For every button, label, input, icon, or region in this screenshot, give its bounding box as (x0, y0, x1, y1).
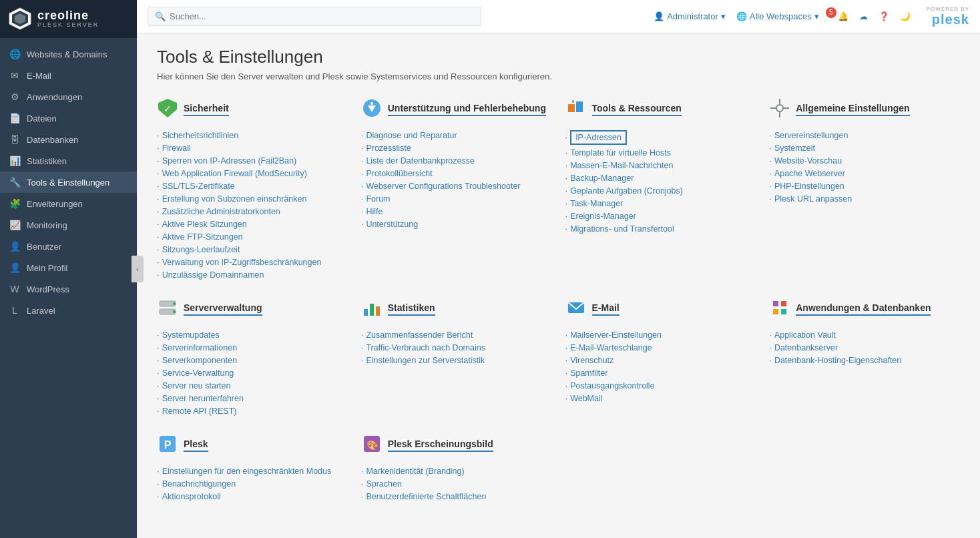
section-link[interactable]: Template für virtuelle Hosts (570, 148, 671, 158)
sidebar-item-anwendungen[interactable]: ⚙Anwendungen (0, 86, 137, 107)
cloud-button[interactable]: ☁ (859, 11, 868, 21)
sidebar-item-e-mail[interactable]: ✉E-Mail (0, 65, 137, 86)
section-link[interactable]: Postausgangskontrolle (570, 381, 654, 390)
svg-rect-21 (376, 306, 380, 316)
notifications-button[interactable]: 5 🔔 (830, 11, 848, 22)
section-link[interactable]: Erstellung von Subzonen einschränken (162, 194, 307, 204)
section-link[interactable]: Aktive Plesk Sitzungen (162, 220, 247, 229)
sidebar-item-statistiken[interactable]: 📊Statistiken (0, 150, 137, 172)
section-link[interactable]: Benachrichtigungen (162, 479, 236, 489)
section-link-item: Unzulässige Domainnamen (157, 268, 348, 281)
sidebar-item-monitoring[interactable]: 📈Monitoring (0, 214, 137, 236)
search-box[interactable]: 🔍 (148, 7, 481, 26)
section-link[interactable]: Datenbankserver (774, 343, 838, 352)
section-link[interactable]: Prozessliste (366, 144, 411, 153)
section-link[interactable]: Liste der Datenbankprozesse (366, 156, 475, 166)
section-link[interactable]: Protokollübersicht (366, 169, 432, 178)
section-link[interactable]: Mailserver-Einstellungen (570, 330, 662, 340)
section-link[interactable]: Virenschutz (570, 356, 614, 365)
section-link[interactable]: Sperren von IP-Adressen (Fail2Ban) (162, 156, 296, 166)
sidebar-item-mein-profil[interactable]: 👤Mein Profil (0, 257, 137, 278)
section-link[interactable]: Webserver Configurations Troubleshooter (366, 182, 520, 191)
section-link[interactable]: Plesk URL anpassen (774, 194, 852, 204)
section-icon (769, 97, 790, 121)
webspaces-menu[interactable]: 🌐 Alle Webspaces ▾ (736, 11, 819, 21)
section-title: Plesk Erscheinungsbild (388, 439, 493, 452)
section-link[interactable]: Servereinstellungen (774, 131, 848, 140)
section-link[interactable]: Forum (366, 194, 390, 204)
section-link[interactable]: E-Mail-Warteschlange (570, 343, 652, 352)
admin-menu[interactable]: 👤 Administrator ▾ (654, 11, 726, 21)
sidebar-item-dateien[interactable]: 📄Dateien (0, 107, 137, 129)
sidebar-item-benutzer[interactable]: 👤Benutzer (0, 236, 137, 257)
section-link[interactable]: Serverinformationen (162, 343, 238, 352)
section-link[interactable]: Markenidentität (Branding) (366, 467, 464, 476)
section-link[interactable]: Datenbank-Hosting-Eigenschaften (774, 356, 901, 365)
section-plesk-erscheinungsbild: 🎨 Plesk Erscheinungsbild Markenidentität… (361, 433, 552, 503)
section-link[interactable]: Server neu starten (162, 381, 231, 390)
section-link[interactable]: Diagnose und Reparatur (366, 131, 457, 140)
section-link[interactable]: WebMail (570, 394, 602, 403)
section-link[interactable]: Verwaltung von IP-Zugriffsbeschränkungen (162, 258, 322, 267)
section-link[interactable]: Zusätzliche Administratorkonten (162, 207, 280, 216)
section-link[interactable]: Unterstützung (366, 220, 418, 229)
section-links: Zusammenfassender BerichtTraffic-Verbrau… (361, 328, 552, 366)
section-link[interactable]: SSL/TLS-Zertifikate (162, 182, 235, 191)
section-link[interactable]: Spamfilter (570, 368, 607, 378)
section-title: E-Mail (592, 302, 620, 316)
sidebar-icon: 🔧 (9, 177, 20, 188)
section-link-item: Postausgangskontrolle (565, 379, 756, 392)
admin-chevron-icon: ▾ (721, 11, 726, 21)
webspaces-chevron-icon: ▾ (814, 11, 819, 21)
section-link[interactable]: Backup-Manager (570, 174, 634, 183)
plesk-brand-label: plesk (932, 12, 969, 27)
sidebar-item-wordpress[interactable]: WWordPress (0, 278, 137, 300)
section-link[interactable]: Einstellungen für den eingeschränkten Mo… (162, 467, 332, 476)
section-link[interactable]: Remote API (REST) (162, 407, 237, 416)
svg-rect-7 (568, 104, 575, 112)
section-link[interactable]: Ereignis-Manager (570, 212, 636, 221)
section-link[interactable]: Einstellungen zur Serverstatistik (366, 356, 485, 365)
section-link[interactable]: Massen-E-Mail-Nachrichten (570, 161, 673, 170)
sidebar-item-tools---einstellungen[interactable]: 🔧Tools & Einstellungen (0, 172, 137, 193)
section-link[interactable]: Server herunterfahren (162, 394, 244, 403)
section-link[interactable]: Hilfe (366, 207, 383, 216)
section-link[interactable]: Service-Verwaltung (162, 368, 234, 378)
sidebar-collapse-button[interactable]: ‹ (132, 256, 144, 282)
section-link[interactable]: Benutzerdefinierte Schaltflächen (366, 492, 486, 501)
search-input[interactable] (170, 11, 474, 21)
svg-rect-8 (576, 101, 583, 112)
sidebar-item-websites---domains[interactable]: 🌐Websites & Domains (0, 43, 137, 65)
section-link[interactable]: Migrations- und Transfertool (570, 224, 674, 234)
section-link[interactable]: PHP-Einstellungen (774, 182, 844, 191)
section-link[interactable]: Sitzungs-Leerlaufzeit (162, 245, 240, 254)
sidebar-item-erweiterungen[interactable]: 🧩Erweiterungen (0, 193, 137, 214)
sidebar-item-laravel[interactable]: LLaravel (0, 300, 137, 321)
section-link[interactable]: Aktive FTP-Sitzungen (162, 232, 243, 242)
section-link[interactable]: Website-Vorschau (774, 156, 842, 166)
section-link[interactable]: Aktionsprotokoll (162, 492, 221, 501)
section-links: Diagnose und ReparaturProzesslisteListe … (361, 129, 552, 230)
section-link[interactable]: Zusammenfassender Bericht (366, 330, 473, 340)
section-link-item: Sitzungs-Leerlaufzeit (157, 243, 348, 256)
section-link[interactable]: Web Application Firewall (ModSecurity) (162, 169, 307, 178)
section-link[interactable]: Systemupdates (162, 330, 220, 340)
section-link[interactable]: Firewall (162, 144, 191, 153)
section-link[interactable]: Task-Manager (570, 199, 623, 208)
section-link[interactable]: Traffic-Verbrauch nach Domains (366, 343, 485, 352)
page-title: Tools & Einstellungen (157, 47, 960, 67)
section-link[interactable]: Application Vault (774, 330, 836, 340)
section-link[interactable]: Systemzeit (774, 144, 815, 153)
cloud-icon: ☁ (859, 11, 868, 21)
moon-button[interactable]: 🌙 (900, 11, 911, 21)
section-link[interactable]: Sicherheitsrichtlinien (162, 131, 239, 140)
sidebar-item-datenbanken[interactable]: 🗄Datenbanken (0, 129, 137, 150)
section-link[interactable]: Apache Webserver (774, 169, 845, 178)
section-link[interactable]: Sprachen (366, 479, 402, 489)
section-link[interactable]: Serverkomponenten (162, 356, 238, 365)
section-link[interactable]: Unzulässige Domainnamen (162, 270, 264, 280)
section-link-item: Traffic-Verbrauch nach Domains (361, 341, 552, 354)
help-button[interactable]: ❓ (879, 11, 889, 21)
section-link[interactable]: Geplante Aufgaben (Cronjobs) (570, 186, 683, 196)
section-link-highlighted[interactable]: IP-Adressen (570, 130, 627, 145)
